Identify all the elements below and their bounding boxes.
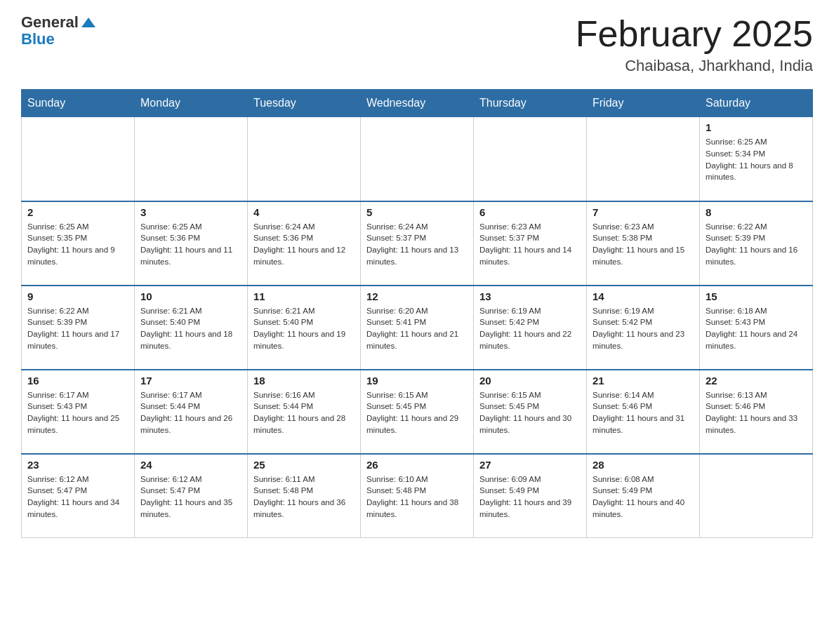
- day-info: Sunrise: 6:25 AMSunset: 5:36 PMDaylight:…: [140, 221, 241, 268]
- calendar-cell: [248, 117, 361, 201]
- day-number: 18: [253, 375, 355, 387]
- day-number: 20: [479, 375, 581, 387]
- day-info: Sunrise: 6:15 AMSunset: 5:45 PMDaylight:…: [479, 389, 581, 436]
- column-header-saturday: Saturday: [700, 90, 813, 117]
- calendar-cell: 3Sunrise: 6:25 AMSunset: 5:36 PMDaylight…: [135, 201, 248, 286]
- calendar-header-row: SundayMondayTuesdayWednesdayThursdayFrid…: [22, 90, 813, 117]
- day-info: Sunrise: 6:25 AMSunset: 5:34 PMDaylight:…: [706, 136, 807, 183]
- day-info: Sunrise: 6:20 AMSunset: 5:41 PMDaylight:…: [366, 305, 468, 352]
- day-number: 11: [253, 290, 355, 302]
- column-header-monday: Monday: [135, 90, 248, 117]
- day-info: Sunrise: 6:24 AMSunset: 5:37 PMDaylight:…: [366, 221, 468, 268]
- day-number: 4: [253, 206, 355, 218]
- calendar-cell: 28Sunrise: 6:08 AMSunset: 5:49 PMDayligh…: [587, 454, 700, 538]
- calendar-cell: 20Sunrise: 6:15 AMSunset: 5:45 PMDayligh…: [474, 370, 587, 454]
- calendar-cell: 10Sunrise: 6:21 AMSunset: 5:40 PMDayligh…: [135, 286, 248, 370]
- day-info: Sunrise: 6:12 AMSunset: 5:47 PMDaylight:…: [27, 474, 128, 521]
- day-info: Sunrise: 6:19 AMSunset: 5:42 PMDaylight:…: [479, 305, 581, 352]
- day-number: 27: [479, 459, 581, 471]
- column-header-tuesday: Tuesday: [248, 90, 361, 117]
- day-number: 10: [140, 290, 241, 302]
- day-number: 14: [593, 290, 694, 302]
- page-header: General Blue February 2025 Chaibasa, Jha…: [21, 14, 813, 75]
- calendar-week-5: 23Sunrise: 6:12 AMSunset: 5:47 PMDayligh…: [22, 454, 813, 538]
- day-number: 12: [366, 290, 468, 302]
- day-info: Sunrise: 6:19 AMSunset: 5:42 PMDaylight:…: [593, 305, 694, 352]
- day-info: Sunrise: 6:10 AMSunset: 5:48 PMDaylight:…: [366, 474, 468, 521]
- calendar-cell: [22, 117, 135, 201]
- calendar-cell: 22Sunrise: 6:13 AMSunset: 5:46 PMDayligh…: [700, 370, 813, 454]
- column-header-friday: Friday: [587, 90, 700, 117]
- calendar-table: SundayMondayTuesdayWednesdayThursdayFrid…: [21, 89, 813, 538]
- day-info: Sunrise: 6:23 AMSunset: 5:38 PMDaylight:…: [593, 221, 694, 268]
- calendar-cell: 7Sunrise: 6:23 AMSunset: 5:38 PMDaylight…: [587, 201, 700, 286]
- day-info: Sunrise: 6:21 AMSunset: 5:40 PMDaylight:…: [140, 305, 241, 352]
- day-number: 15: [706, 290, 807, 302]
- calendar-cell: [361, 117, 474, 201]
- calendar-cell: 25Sunrise: 6:11 AMSunset: 5:48 PMDayligh…: [248, 454, 361, 538]
- calendar-cell: 11Sunrise: 6:21 AMSunset: 5:40 PMDayligh…: [248, 286, 361, 370]
- day-info: Sunrise: 6:15 AMSunset: 5:45 PMDaylight:…: [366, 389, 468, 436]
- day-number: 17: [140, 375, 241, 387]
- calendar-cell: [587, 117, 700, 201]
- day-number: 6: [479, 206, 581, 218]
- calendar-cell: [474, 117, 587, 201]
- logo-triangle-icon: [81, 18, 95, 27]
- day-number: 7: [593, 206, 694, 218]
- day-info: Sunrise: 6:21 AMSunset: 5:40 PMDaylight:…: [253, 305, 355, 352]
- calendar-week-4: 16Sunrise: 6:17 AMSunset: 5:43 PMDayligh…: [22, 370, 813, 454]
- day-number: 8: [706, 206, 807, 218]
- day-number: 22: [706, 375, 807, 387]
- calendar-cell: 2Sunrise: 6:25 AMSunset: 5:35 PMDaylight…: [22, 201, 135, 286]
- logo: General Blue: [21, 14, 95, 48]
- calendar-cell: 18Sunrise: 6:16 AMSunset: 5:44 PMDayligh…: [248, 370, 361, 454]
- day-info: Sunrise: 6:25 AMSunset: 5:35 PMDaylight:…: [27, 221, 128, 268]
- calendar-cell: 12Sunrise: 6:20 AMSunset: 5:41 PMDayligh…: [361, 286, 474, 370]
- day-number: 2: [27, 206, 128, 218]
- logo-blue-text: Blue: [21, 31, 95, 48]
- location-title: Chaibasa, Jharkhand, India: [576, 57, 813, 75]
- day-number: 26: [366, 459, 468, 471]
- day-number: 3: [140, 206, 241, 218]
- day-number: 5: [366, 206, 468, 218]
- calendar-cell: 26Sunrise: 6:10 AMSunset: 5:48 PMDayligh…: [361, 454, 474, 538]
- column-header-thursday: Thursday: [474, 90, 587, 117]
- calendar-cell: 17Sunrise: 6:17 AMSunset: 5:44 PMDayligh…: [135, 370, 248, 454]
- day-number: 24: [140, 459, 241, 471]
- logo-general-text: General: [21, 14, 79, 31]
- day-info: Sunrise: 6:16 AMSunset: 5:44 PMDaylight:…: [253, 389, 355, 436]
- day-number: 13: [479, 290, 581, 302]
- calendar-cell: 24Sunrise: 6:12 AMSunset: 5:47 PMDayligh…: [135, 454, 248, 538]
- calendar-cell: 5Sunrise: 6:24 AMSunset: 5:37 PMDaylight…: [361, 201, 474, 286]
- calendar-cell: 6Sunrise: 6:23 AMSunset: 5:37 PMDaylight…: [474, 201, 587, 286]
- calendar-cell: 13Sunrise: 6:19 AMSunset: 5:42 PMDayligh…: [474, 286, 587, 370]
- day-info: Sunrise: 6:13 AMSunset: 5:46 PMDaylight:…: [706, 389, 807, 436]
- day-info: Sunrise: 6:23 AMSunset: 5:37 PMDaylight:…: [479, 221, 581, 268]
- day-info: Sunrise: 6:14 AMSunset: 5:46 PMDaylight:…: [593, 389, 694, 436]
- calendar-cell: 15Sunrise: 6:18 AMSunset: 5:43 PMDayligh…: [700, 286, 813, 370]
- day-info: Sunrise: 6:24 AMSunset: 5:36 PMDaylight:…: [253, 221, 355, 268]
- month-title: February 2025: [576, 14, 813, 54]
- calendar-week-1: 1Sunrise: 6:25 AMSunset: 5:34 PMDaylight…: [22, 117, 813, 201]
- day-info: Sunrise: 6:22 AMSunset: 5:39 PMDaylight:…: [706, 221, 807, 268]
- calendar-cell: 23Sunrise: 6:12 AMSunset: 5:47 PMDayligh…: [22, 454, 135, 538]
- day-info: Sunrise: 6:09 AMSunset: 5:49 PMDaylight:…: [479, 474, 581, 521]
- calendar-cell: [135, 117, 248, 201]
- day-number: 16: [27, 375, 128, 387]
- column-header-wednesday: Wednesday: [361, 90, 474, 117]
- day-number: 21: [593, 375, 694, 387]
- day-info: Sunrise: 6:17 AMSunset: 5:43 PMDaylight:…: [27, 389, 128, 436]
- calendar-cell: 27Sunrise: 6:09 AMSunset: 5:49 PMDayligh…: [474, 454, 587, 538]
- calendar-cell: 14Sunrise: 6:19 AMSunset: 5:42 PMDayligh…: [587, 286, 700, 370]
- calendar-week-2: 2Sunrise: 6:25 AMSunset: 5:35 PMDaylight…: [22, 201, 813, 286]
- calendar-cell: 19Sunrise: 6:15 AMSunset: 5:45 PMDayligh…: [361, 370, 474, 454]
- calendar-cell: 16Sunrise: 6:17 AMSunset: 5:43 PMDayligh…: [22, 370, 135, 454]
- calendar-cell: 9Sunrise: 6:22 AMSunset: 5:39 PMDaylight…: [22, 286, 135, 370]
- calendar-cell: [700, 454, 813, 538]
- day-number: 9: [27, 290, 128, 302]
- day-number: 1: [706, 121, 807, 133]
- day-info: Sunrise: 6:18 AMSunset: 5:43 PMDaylight:…: [706, 305, 807, 352]
- calendar-cell: 8Sunrise: 6:22 AMSunset: 5:39 PMDaylight…: [700, 201, 813, 286]
- day-info: Sunrise: 6:08 AMSunset: 5:49 PMDaylight:…: [593, 474, 694, 521]
- day-number: 23: [27, 459, 128, 471]
